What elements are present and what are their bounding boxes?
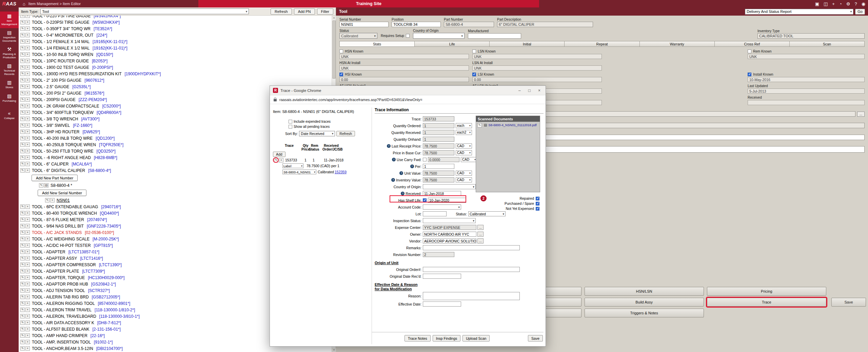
edit-icon[interactable] (20, 20, 25, 24)
edit-icon[interactable] (20, 72, 25, 76)
delete-icon[interactable] (25, 320, 30, 325)
hsn-lsn-button[interactable]: HSN/LSN (585, 287, 704, 296)
list-item[interactable]: TOOL - 0-220PSI TIRE GAUGE [WSW2HKX4*] (19, 19, 332, 25)
delete-icon[interactable] (25, 110, 30, 115)
list-item[interactable]: TOOL - 10-50 INLB TORQ WREN [QD150*] (19, 51, 332, 58)
delete-icon[interactable] (25, 26, 30, 31)
unit-select[interactable]: CAD (456, 143, 472, 149)
part-number-link[interactable]: [02-0536-0100*] (85, 230, 114, 235)
part-number-link[interactable]: [MCAL6A*] (72, 162, 92, 167)
part-number-link[interactable]: [118-130000-3/810-1*] (99, 314, 140, 319)
delete-icon[interactable] (25, 33, 30, 37)
field-input[interactable] (423, 218, 476, 223)
power-icon[interactable]: ◉ (862, 2, 865, 6)
sidebar-item-technical-records[interactable]: ▧ Technical Records (0, 61, 19, 78)
part-number-link[interactable]: [S8-6800-4*] (88, 168, 111, 173)
edit-icon[interactable] (20, 59, 25, 63)
field-input[interactable]: 1 (423, 164, 454, 169)
part-number-link[interactable]: [19165(KK-11-01)*] (93, 39, 127, 44)
delete-icon[interactable] (25, 104, 30, 108)
tab-repeat[interactable]: Repeat (565, 41, 639, 46)
sidebar-item-collapse[interactable]: « Collapse (0, 109, 19, 122)
field-input[interactable]: 10-Jan-2020 (428, 198, 466, 203)
save-button[interactable]: Save (831, 298, 866, 307)
trace-row[interactable]: 153733 1 1 11-Jan-2018 (273, 158, 371, 163)
list-item[interactable]: TOOL - 1/4 FEMALE X 1/2 MAL [19162(KK-11… (19, 45, 332, 51)
edit-icon[interactable] (20, 308, 25, 312)
edit-icon[interactable] (20, 282, 25, 286)
tab-cross-ref[interactable]: Cross Ref (715, 41, 790, 46)
edit-icon[interactable] (20, 39, 25, 44)
sidebar-item-item-management[interactable]: ▦ Item Management (0, 12, 19, 28)
tab-life[interactable]: Life (415, 41, 490, 46)
lookup-button[interactable] (477, 232, 484, 237)
delete-icon[interactable] (25, 230, 30, 235)
edit-icon[interactable] (20, 224, 25, 228)
list-item[interactable]: TOOL - 1/2 FEMALE X 1/4 MAL [19165(KK-11… (19, 38, 332, 45)
list-item[interactable]: TOOL - 0-220 PSI TIRE GAUGE [WSW2HKX4*] (19, 16, 332, 19)
delete-icon[interactable] (25, 168, 30, 173)
part-number-link[interactable]: [19162(KK-11-01)*] (93, 46, 127, 51)
part-number-link[interactable]: [CS2000*] (102, 104, 121, 109)
delete-icon[interactable] (25, 314, 30, 318)
part-number-link[interactable]: [GPT815*] (94, 243, 113, 248)
edit-icon[interactable] (20, 91, 25, 95)
field-input[interactable]: 78.7500 (423, 143, 454, 149)
edit-icon[interactable] (20, 84, 25, 89)
edit-icon[interactable] (20, 243, 25, 248)
edit-icon[interactable] (20, 155, 25, 160)
edit-icon[interactable] (20, 275, 25, 280)
field-checkbox[interactable] (423, 198, 427, 202)
field-input[interactable]: AEROCORP AVIONIC SOLUTIONS (423, 238, 476, 243)
field-input[interactable]: 78.7500 (423, 171, 454, 176)
part-number-link[interactable]: [TE352A*] (94, 26, 112, 31)
reports-icon[interactable]: ◔ (839, 2, 842, 6)
trace-notes-button[interactable]: Trace Notes (405, 335, 431, 341)
edit-icon[interactable] (20, 262, 25, 267)
field-input[interactable] (423, 245, 520, 250)
delete-icon[interactable] (25, 204, 30, 209)
item-type-select[interactable]: Tool (40, 8, 249, 14)
part-number-link[interactable]: [H828-6MB*] (94, 155, 117, 160)
part-number-link[interactable]: [HC130H0029-000*] (88, 275, 124, 280)
add-icon[interactable]: + (832, 2, 835, 6)
delete-icon[interactable] (25, 72, 30, 76)
edit-icon[interactable] (20, 149, 25, 153)
delete-icon[interactable] (25, 224, 30, 228)
edit-icon[interactable] (20, 237, 25, 241)
triggers-notes-button[interactable]: Triggers & Notes (585, 309, 704, 317)
lookup-button[interactable] (477, 238, 484, 243)
part-number-link[interactable]: [2-131-156-01*] (92, 327, 120, 332)
unit-select[interactable]: each2 (456, 130, 472, 135)
part-number-link[interactable]: [1900DHYDPXKIT*] (125, 72, 161, 76)
filter-button[interactable]: Filter (317, 8, 333, 15)
original-date-input[interactable] (423, 274, 461, 279)
field-input[interactable]: 78.7500 (423, 177, 454, 182)
part-icon[interactable] (44, 183, 48, 188)
edit-icon[interactable] (20, 327, 25, 331)
installation-lookup-button[interactable] (857, 112, 865, 117)
tab-scan[interactable]: Scan (790, 41, 864, 46)
minimize-icon[interactable] (518, 89, 521, 93)
delete-icon[interactable] (25, 333, 30, 338)
delete-icon[interactable] (25, 130, 30, 134)
part-number-link[interactable]: [9615576*] (84, 91, 104, 96)
insp-findings-button[interactable]: Insp Findings (433, 335, 460, 341)
delete-icon[interactable] (25, 39, 30, 44)
close-icon[interactable] (538, 89, 540, 93)
delete-icon[interactable] (25, 84, 30, 89)
delete-icon[interactable] (25, 275, 30, 280)
add-new-serial-number-button[interactable]: Add New Serial Number (38, 190, 86, 196)
go-button[interactable]: Go (855, 9, 865, 15)
list-item[interactable]: TOOL - 1900 O2 TEST GAUGE [0-200PSI*] (19, 64, 332, 71)
field-input[interactable]: 1 (423, 123, 454, 128)
settings-icon[interactable]: ⚙ (846, 2, 850, 6)
save-button[interactable]: Save (528, 335, 543, 341)
effective-date-input[interactable] (423, 301, 461, 307)
edit-icon[interactable] (20, 269, 25, 273)
edit-icon[interactable] (20, 168, 25, 173)
edit-icon[interactable] (20, 110, 25, 115)
delete-icon[interactable] (25, 65, 30, 70)
flag-checkbox[interactable] (536, 202, 539, 206)
delete-icon[interactable] (25, 237, 30, 241)
